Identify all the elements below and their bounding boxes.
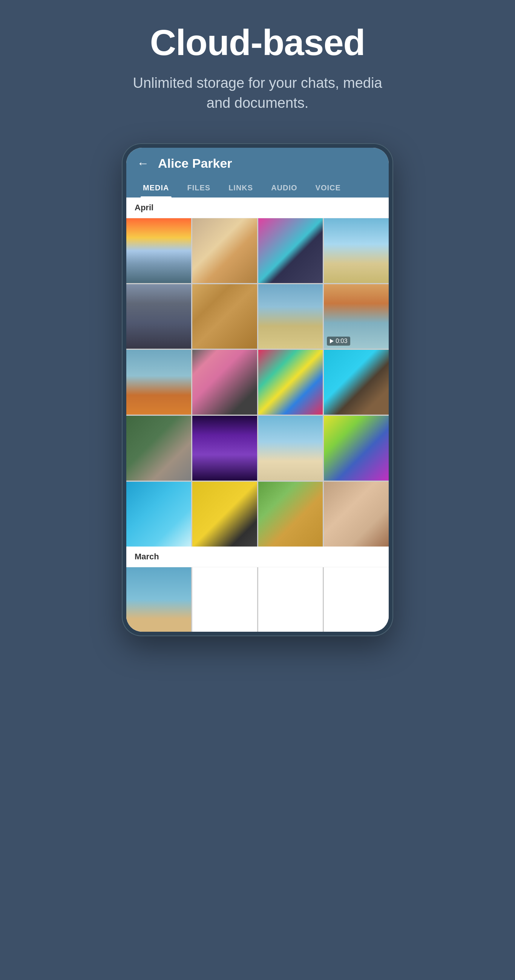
video-duration: 0:03 bbox=[336, 338, 347, 345]
media-item[interactable] bbox=[192, 218, 257, 283]
phone-mockup: ← Alice Parker MEDIA FILES LINKS AUDIO bbox=[114, 143, 401, 636]
phone-frame: ← Alice Parker MEDIA FILES LINKS AUDIO bbox=[122, 143, 393, 636]
page-subtitle: Unlimited storage for your chats, media … bbox=[126, 73, 389, 113]
march-section: March bbox=[126, 547, 389, 632]
back-button[interactable]: ← bbox=[137, 157, 149, 169]
video-duration-overlay: 0:03 bbox=[327, 337, 350, 346]
media-item[interactable] bbox=[126, 218, 191, 283]
media-item[interactable] bbox=[324, 218, 389, 283]
media-item-empty bbox=[258, 567, 323, 632]
play-icon bbox=[330, 339, 334, 344]
app-header: ← Alice Parker bbox=[126, 148, 389, 178]
tab-voice[interactable]: VOICE bbox=[306, 178, 350, 197]
media-item-video[interactable]: 0:03 bbox=[324, 284, 389, 349]
media-item[interactable] bbox=[192, 350, 257, 415]
march-media-grid bbox=[126, 567, 389, 632]
page-headline: Cloud-based bbox=[150, 22, 365, 62]
media-item[interactable] bbox=[258, 350, 323, 415]
tab-files[interactable]: FILES bbox=[178, 178, 219, 197]
media-item[interactable] bbox=[324, 416, 389, 480]
media-item[interactable] bbox=[324, 350, 389, 415]
month-april: April bbox=[126, 197, 389, 218]
media-item[interactable] bbox=[258, 284, 323, 349]
media-item[interactable] bbox=[126, 284, 191, 349]
media-item[interactable] bbox=[126, 416, 191, 480]
april-media-grid: 0:03 bbox=[126, 218, 389, 547]
media-item[interactable] bbox=[324, 482, 389, 547]
media-item[interactable] bbox=[258, 218, 323, 283]
media-item-empty bbox=[192, 567, 257, 632]
media-item[interactable] bbox=[126, 567, 191, 632]
media-item[interactable] bbox=[126, 350, 191, 415]
chat-title: Alice Parker bbox=[158, 156, 232, 171]
media-item[interactable] bbox=[192, 284, 257, 349]
media-item-empty bbox=[324, 567, 389, 632]
tab-audio[interactable]: AUDIO bbox=[262, 178, 306, 197]
media-item[interactable] bbox=[126, 482, 191, 547]
media-item[interactable] bbox=[258, 416, 323, 480]
phone-screen: ← Alice Parker MEDIA FILES LINKS AUDIO bbox=[126, 148, 389, 632]
media-item[interactable] bbox=[192, 416, 257, 480]
tab-bar: MEDIA FILES LINKS AUDIO VOICE bbox=[126, 178, 389, 197]
media-item[interactable] bbox=[192, 482, 257, 547]
tab-links[interactable]: LINKS bbox=[219, 178, 262, 197]
media-item[interactable] bbox=[258, 482, 323, 547]
month-march: March bbox=[126, 547, 389, 567]
tab-media[interactable]: MEDIA bbox=[134, 178, 178, 197]
